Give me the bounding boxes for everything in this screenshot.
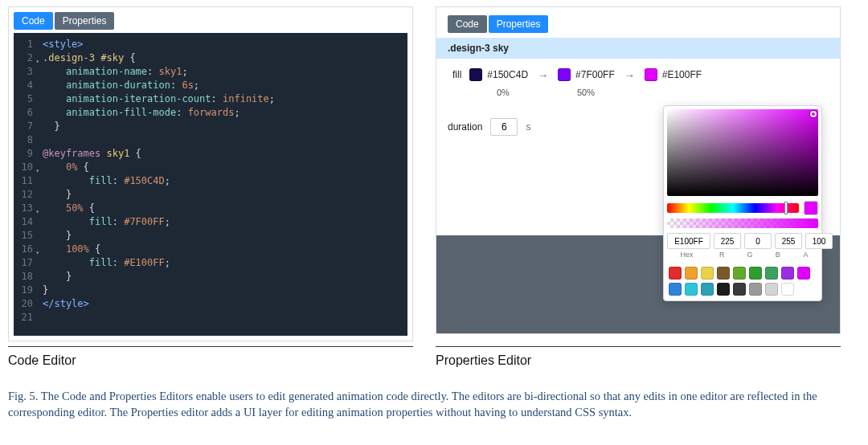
code-text[interactable]: }	[38, 284, 48, 297]
code-line[interactable]: 5 animation-iteration-count: infinite;	[14, 92, 407, 106]
stop-percent: 0%	[497, 88, 510, 97]
code-line[interactable]: 8	[14, 133, 407, 147]
code-line[interactable]: 12 }	[14, 188, 407, 202]
preset-swatch[interactable]	[765, 283, 778, 296]
properties-tabbar: Code Properties	[436, 7, 840, 38]
picker-g-input[interactable]	[744, 233, 772, 249]
preset-swatch[interactable]	[749, 267, 762, 280]
code-text[interactable]: animation-iteration-count: infinite;	[38, 92, 275, 106]
preset-swatch[interactable]	[701, 283, 714, 296]
code-text[interactable]: fill: #150C4D;	[38, 174, 170, 188]
code-text[interactable]: animation-fill-mode: forwards;	[38, 106, 240, 120]
gutter-line-number: 17	[14, 256, 38, 270]
code-editor-panel: Code Properties 1<style>2▾.design-3 #sky…	[8, 6, 413, 341]
color-stop[interactable]: #7F00FF	[558, 68, 615, 81]
preset-swatch[interactable]	[669, 267, 682, 280]
preset-swatch[interactable]	[733, 283, 746, 296]
code-line[interactable]: 1<style>	[14, 38, 407, 51]
code-text[interactable]: 100% {	[38, 243, 100, 256]
code-line[interactable]: 14 fill: #7F00FF;	[14, 215, 407, 229]
code-text[interactable]	[38, 133, 43, 147]
picker-labels: Hex R G B A	[667, 251, 818, 259]
preset-swatch[interactable]	[733, 267, 746, 280]
preset-swatch[interactable]	[781, 283, 794, 296]
gutter-line-number: 13▾	[14, 202, 38, 215]
selector-display: .design-3 sky	[436, 38, 840, 59]
preset-swatch[interactable]	[669, 283, 682, 296]
code-line[interactable]: 7 }	[14, 120, 407, 133]
captions-row: Code Editor Properties Editor	[8, 346, 860, 368]
code-text[interactable]: fill: #7F00FF;	[38, 215, 170, 229]
hue-handle[interactable]	[784, 202, 788, 214]
tab-code[interactable]: Code	[448, 15, 487, 33]
code-line[interactable]: 13▾ 50% {	[14, 202, 407, 215]
code-text[interactable]: animation-name: sky1;	[38, 65, 188, 79]
code-line[interactable]: 2▾.design-3 #sky {	[14, 51, 407, 65]
code-text[interactable]: fill: #E100FF;	[38, 256, 170, 270]
code-line[interactable]: 18 }	[14, 270, 407, 284]
gutter-line-number: 6	[14, 106, 38, 120]
code-text[interactable]: }	[38, 188, 72, 202]
color-swatch[interactable]	[558, 68, 571, 81]
color-swatch[interactable]	[645, 68, 657, 81]
code-line[interactable]: 17 fill: #E100FF;	[14, 256, 407, 270]
code-text[interactable]: }	[38, 229, 72, 243]
tab-properties[interactable]: Properties	[55, 12, 115, 30]
preset-swatch[interactable]	[701, 267, 714, 280]
color-stop[interactable]: #E100FF	[645, 68, 702, 81]
picker-b-input[interactable]	[775, 233, 802, 249]
gutter-line-number: 2▾	[14, 51, 38, 65]
code-text[interactable]: 0% {	[38, 161, 89, 174]
gutter-line-number: 18	[14, 270, 38, 284]
gutter-line-number: 9	[14, 147, 38, 161]
picker-a-input[interactable]	[805, 233, 833, 249]
code-text[interactable]: }	[38, 120, 60, 133]
preset-swatch[interactable]	[717, 283, 730, 296]
gutter-line-number: 1	[14, 38, 38, 51]
code-editor-body[interactable]: 1<style>2▾.design-3 #sky {3 animation-na…	[14, 33, 407, 336]
code-line[interactable]: 15 }	[14, 229, 407, 243]
code-line[interactable]: 10▾ 0% {	[14, 161, 407, 174]
code-text[interactable]: animation-duration: 6s;	[38, 79, 199, 92]
preset-swatch[interactable]	[765, 267, 778, 280]
duration-input[interactable]	[490, 118, 518, 136]
stop-percent-row: 0%50%	[436, 84, 840, 107]
preset-swatch[interactable]	[797, 267, 810, 280]
saturation-area[interactable]	[667, 109, 818, 196]
gutter-line-number: 7	[14, 120, 38, 133]
preset-swatch[interactable]	[685, 267, 698, 280]
panels-row: Code Properties 1<style>2▾.design-3 #sky…	[8, 6, 860, 341]
code-text[interactable]: .design-3 #sky {	[38, 51, 136, 65]
code-line[interactable]: 9@keyframes sky1 {	[14, 147, 407, 161]
code-line[interactable]: 20</style>	[14, 297, 407, 311]
hue-slider[interactable]	[667, 203, 799, 213]
preset-swatch[interactable]	[717, 267, 730, 280]
code-line[interactable]: 21	[14, 311, 407, 325]
code-line[interactable]: 19}	[14, 284, 407, 297]
code-text[interactable]: }	[38, 270, 72, 284]
code-line[interactable]: 3 animation-name: sky1;	[14, 65, 407, 79]
color-hex-label: #E100FF	[662, 69, 702, 80]
alpha-slider[interactable]	[667, 218, 818, 228]
picker-r-input[interactable]	[714, 233, 741, 249]
code-text[interactable]	[38, 311, 43, 325]
code-text[interactable]: @keyframes sky1 {	[38, 147, 141, 161]
code-text[interactable]: 50% {	[38, 202, 95, 215]
color-stop[interactable]: #150C4D	[469, 68, 528, 81]
tab-code[interactable]: Code	[14, 12, 53, 30]
code-line[interactable]: 16▾ 100% {	[14, 243, 407, 256]
code-line[interactable]: 6 animation-fill-mode: forwards;	[14, 106, 407, 120]
code-text[interactable]: </style>	[38, 297, 89, 311]
code-text[interactable]: <style>	[38, 38, 84, 51]
tab-properties[interactable]: Properties	[489, 15, 549, 33]
arrow-icon: →	[534, 69, 551, 81]
preset-swatch[interactable]	[685, 283, 698, 296]
preset-swatch[interactable]	[781, 267, 794, 280]
preset-swatch[interactable]	[749, 283, 762, 296]
color-swatch[interactable]	[469, 68, 482, 81]
picker-hex-input[interactable]	[667, 233, 710, 249]
saturation-handle[interactable]	[810, 111, 817, 117]
code-line[interactable]: 11 fill: #150C4D;	[14, 174, 407, 188]
code-line[interactable]: 4 animation-duration: 6s;	[14, 79, 407, 92]
picker-hex-label: Hex	[667, 251, 706, 259]
